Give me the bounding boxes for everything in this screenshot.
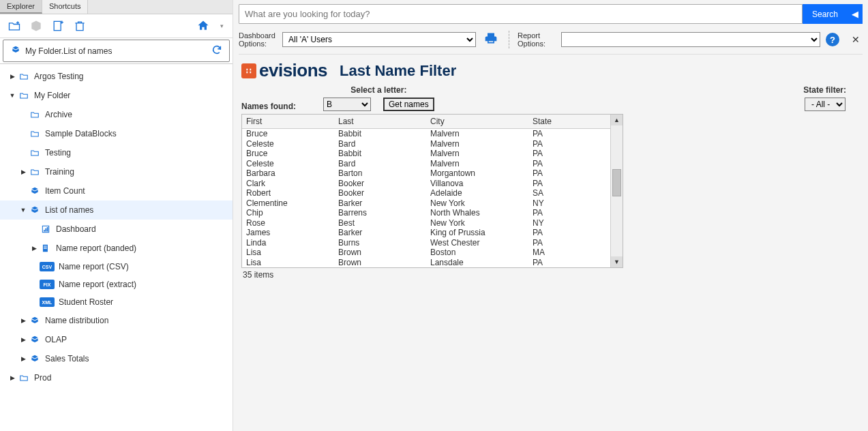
scroll-up-icon[interactable]: ▲ (611, 115, 623, 125)
tree-item[interactable]: ▶Item Count (0, 181, 233, 200)
tree-item[interactable]: ▶FIXName report (extract) (0, 276, 233, 293)
tree-item-label: Name report (extract) (59, 280, 136, 289)
tree-item[interactable]: ▼List of names (0, 200, 233, 220)
twisty-icon[interactable]: ▶ (19, 355, 27, 362)
twisty-icon[interactable]: ▶ (19, 317, 27, 324)
table-row[interactable]: ClarkBookerVillanovaPA (242, 179, 610, 189)
tree-item[interactable]: ▶Dashboard (0, 220, 233, 239)
twisty-icon[interactable]: ▼ (8, 92, 16, 99)
tree-item-label: Argos Testing (34, 72, 84, 81)
tree-item[interactable]: ▼My Folder (0, 86, 233, 105)
cell-first: Celeste (242, 139, 334, 149)
tree-item[interactable]: ▶Sample DataBlocks (0, 124, 233, 143)
cell-first: Bruce (242, 129, 334, 139)
tree-item[interactable]: ▶Archive (0, 105, 233, 124)
twisty-icon[interactable]: ▶ (8, 73, 16, 80)
cube-icon (29, 334, 41, 345)
tree-item[interactable]: ▶Prod (0, 368, 233, 387)
refresh-icon[interactable] (211, 44, 222, 57)
twisty-icon[interactable]: ▶ (8, 374, 16, 381)
cell-state: PA (528, 168, 597, 179)
dashboard-options-select[interactable]: All 'A' Users (282, 32, 476, 47)
new-cube-icon[interactable] (29, 18, 44, 33)
tree-item[interactable]: ▶Sales Totals (0, 349, 233, 368)
tab-explorer[interactable]: Explorer (0, 0, 42, 14)
print-icon[interactable] (484, 31, 498, 48)
close-panel-icon[interactable]: ✕ (849, 34, 863, 45)
dashboard-options-label: Dashboard Options: (239, 31, 277, 48)
twisty-icon[interactable]: ▶ (19, 336, 27, 343)
cell-state: NY (528, 218, 597, 228)
tab-shortcuts[interactable]: Shortcuts (42, 0, 88, 14)
search-input[interactable] (239, 4, 803, 24)
doc-icon (40, 243, 52, 254)
new-folder-icon[interactable] (7, 18, 22, 33)
col-first[interactable]: First (242, 115, 334, 128)
grid-scrollbar[interactable]: ▲ ▼ (610, 115, 623, 267)
col-state[interactable]: State (528, 115, 597, 128)
search-button[interactable]: Search (803, 4, 848, 24)
tree-item[interactable]: ▶Testing (0, 143, 233, 162)
cell-city: West Chester (426, 238, 528, 248)
tree-item-label: Dashboard (56, 224, 96, 234)
cell-state: PA (528, 159, 597, 169)
scroll-down-icon[interactable]: ▼ (611, 256, 623, 267)
tree-item[interactable]: ▶Name report (banded) (0, 239, 233, 258)
search-collapse-icon[interactable]: ◀ (848, 4, 863, 24)
folder-icon (18, 71, 30, 82)
home-dropdown-icon[interactable]: ▾ (218, 18, 226, 33)
tree-item[interactable]: ▶Training (0, 162, 233, 181)
home-icon[interactable] (196, 18, 211, 33)
table-row[interactable]: RoseBestNew YorkNY (242, 218, 610, 228)
col-city[interactable]: City (426, 115, 528, 128)
table-row[interactable]: ChipBarrensNorth WhalesPA (242, 208, 610, 218)
dashboard-content: ∷ evisions Last Name Filter Names found:… (239, 55, 863, 287)
cell-last: Booker (334, 179, 426, 189)
table-row[interactable]: LisaBrownBostonMA (242, 248, 610, 258)
cell-last: Barton (334, 168, 426, 179)
table-row[interactable]: CelesteBardMalvernPA (242, 139, 610, 149)
cell-city: New York (426, 218, 528, 228)
table-row[interactable]: LisaBrownLansdalePA (242, 258, 610, 268)
side-tabs: Explorer Shortcuts (0, 0, 233, 14)
table-row[interactable]: BarbaraBartonMorgantownPA (242, 168, 610, 179)
cell-state: SA (528, 188, 597, 198)
cube-icon (29, 205, 41, 216)
delete-icon[interactable] (72, 18, 87, 33)
cell-first: Barbara (242, 168, 334, 179)
col-last[interactable]: Last (334, 115, 426, 128)
grid-header: First Last City State (242, 115, 610, 129)
table-row[interactable]: BruceBabbitMalvernPA (242, 149, 610, 159)
table-row[interactable]: RobertBookerAdelaideSA (242, 188, 610, 198)
table-row[interactable]: ClementineBarkerNew YorkNY (242, 198, 610, 209)
cell-first: Clark (242, 179, 334, 189)
tree-item[interactable]: ▶CSVName report (CSV) (0, 258, 233, 276)
help-icon[interactable]: ? (826, 33, 839, 46)
cell-state: PA (528, 258, 597, 268)
report-options-select[interactable] (561, 32, 820, 47)
new-doc-icon[interactable] (50, 18, 65, 33)
cell-last: Babbit (334, 149, 426, 159)
breadcrumb-cube-icon (10, 45, 21, 57)
tree-item-label: Name distribution (45, 316, 108, 325)
table-row[interactable]: CelesteBardMalvernPA (242, 159, 610, 169)
tree-item[interactable]: ▶Argos Testing (0, 67, 233, 86)
get-names-button[interactable]: Get names (383, 98, 434, 111)
table-row[interactable]: BruceBabbitMalvernPA (242, 129, 610, 139)
scroll-thumb[interactable] (612, 169, 621, 196)
folder-icon (29, 128, 41, 139)
twisty-icon[interactable]: ▶ (19, 168, 27, 175)
state-select[interactable]: - All - (805, 98, 845, 111)
table-row[interactable]: JamesBarkerKing of PrussiaPA (242, 228, 610, 238)
table-row[interactable]: LindaBurnsWest ChesterPA (242, 238, 610, 248)
letter-select[interactable]: B (323, 98, 371, 111)
tree-item[interactable]: ▶OLAP (0, 330, 233, 349)
twisty-icon[interactable]: ▶ (30, 245, 38, 252)
twisty-icon[interactable]: ▼ (19, 207, 27, 213)
tree-item[interactable]: ▶Name distribution (0, 311, 233, 330)
cell-city: Lansdale (426, 258, 528, 268)
cell-state: PA (528, 228, 597, 238)
cell-state: PA (528, 179, 597, 189)
tree-item[interactable]: ▶XMLStudent Roster (0, 293, 233, 311)
names-found-label: Names found: (241, 102, 296, 111)
